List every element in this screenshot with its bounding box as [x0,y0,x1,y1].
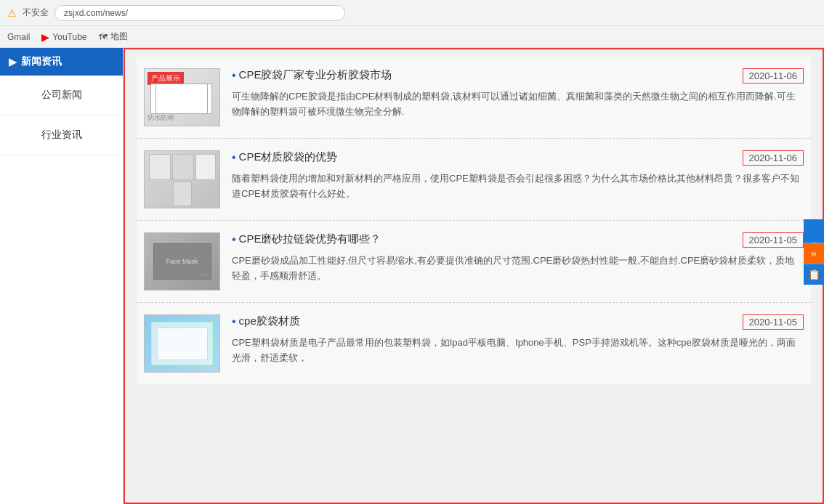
news-body: CPE磨砂拉链袋优势有哪些？ 2020-11-05 CPE磨砂袋成品加工性能好,… [232,232,804,284]
news-date: 2020-11-05 [743,232,804,248]
float-expand-button[interactable]: » [804,243,824,264]
news-item-header: CPE材质胶袋的优势 2020-11-06 [232,150,804,166]
page-content: ▶ 新闻资讯 公司新闻 行业资讯 产品展示 防水防潮 [0,48,824,504]
sidebar-header-label: 新闻资讯 [21,55,62,68]
news-title[interactable]: cpe胶袋材质 [232,314,300,328]
news-description: 可生物降解的CPE胶袋是指由CPE材料制成的塑料袋,该材料可以通过诸如细菌、真细… [232,89,804,120]
sidebar-item-industry-news[interactable]: 行业资讯 [0,115,123,155]
float-extra-button[interactable]: 📋 [804,264,824,285]
url-bar[interactable]: zsjxd.com/news/ [54,5,345,21]
float-service-button[interactable]: 👤 在线客服 [804,219,824,243]
news-item-header: CPE磨砂拉链袋优势有哪些？ 2020-11-05 [232,232,804,248]
news-item: 产品展示 防水防潮 CPE胶袋厂家专业分析胶袋市场 2020-11-06 可生物… [137,57,811,139]
sidebar-arrow-icon: ▶ [9,56,17,68]
gmail-label: Gmail [7,32,30,42]
news-list: 产品展示 防水防潮 CPE胶袋厂家专业分析胶袋市场 2020-11-06 可生物… [137,57,811,384]
expand-icon: » [811,248,817,259]
sidebar-item-company-news[interactable]: 公司新闻 [0,76,123,115]
news-item: CPE材质胶袋的优势 2020-11-06 随着塑料袋使用的增加和对新材料的严格… [137,139,811,221]
news-date: 2020-11-06 [743,68,804,84]
main-content: 产品展示 防水防潮 CPE胶袋厂家专业分析胶袋市场 2020-11-06 可生物… [124,48,824,504]
news-item-header: CPE胶袋厂家专业分析胶袋市场 2020-11-06 [232,68,804,84]
news-thumbnail: Face Mask - - - [144,232,220,290]
news-title[interactable]: CPE材质胶袋的优势 [232,150,337,164]
youtube-label: YouTube [52,32,86,42]
bookmark-gmail[interactable]: Gmail [7,32,30,42]
news-item: Face Mask - - - CPE磨砂拉链袋优势有哪些？ 2020-11-0… [137,221,811,303]
security-label: 不安全 [23,7,49,19]
news-date: 2020-11-05 [743,314,804,330]
news-body: CPE材质胶袋的优势 2020-11-06 随着塑料袋使用的增加和对新材料的严格… [232,150,804,202]
browser-bar: ⚠ 不安全 zsjxd.com/news/ [0,0,824,26]
bookmarks-bar: Gmail ▶ YouTube 🗺 地图 [0,26,824,48]
news-thumbnail: 产品展示 防水防潮 [144,68,220,126]
news-item-header: cpe胶袋材质 2020-11-05 [232,314,804,330]
news-thumbnail [144,314,220,373]
news-date: 2020-11-06 [743,150,804,166]
sidebar-header: ▶ 新闻资讯 [0,48,123,76]
news-title[interactable]: CPE磨砂拉链袋优势有哪些？ [232,232,381,246]
maps-label: 地图 [110,31,128,43]
youtube-icon: ▶ [41,31,49,43]
news-thumbnail [144,150,220,208]
news-item: cpe胶袋材质 2020-11-05 CPE塑料袋材质是电子产品最常用的包装塑料… [137,303,811,384]
security-warning-icon: ⚠ [7,7,17,19]
maps-icon: 🗺 [99,32,108,42]
news-body: CPE胶袋厂家专业分析胶袋市场 2020-11-06 可生物降解的CPE胶袋是指… [232,68,804,120]
bookmark-youtube[interactable]: ▶ YouTube [41,31,86,43]
news-description: CPE塑料袋材质是电子产品最常用的包装塑料袋，如Ipad平板电脑、Iphone手… [232,336,804,366]
news-description: 随着塑料袋使用的增加和对新材料的严格应用，使用CPE塑料袋是否会引起很多困惑？为… [232,171,804,202]
sidebar: ▶ 新闻资讯 公司新闻 行业资讯 [0,48,124,504]
service-person-icon: 👤 [809,225,819,235]
bookmark-maps[interactable]: 🗺 地图 [99,31,128,43]
extra-icon: 📋 [808,269,820,280]
news-body: cpe胶袋材质 2020-11-05 CPE塑料袋材质是电子产品最常用的包装塑料… [232,314,804,366]
news-title[interactable]: CPE胶袋厂家专业分析胶袋市场 [232,68,392,82]
float-buttons: 👤 在线客服 » 📋 [804,219,824,285]
news-description: CPE磨砂袋成品加工性能好,但尺寸容易缩水,有必要提供准确的尺寸范围.CPE磨砂… [232,253,804,284]
